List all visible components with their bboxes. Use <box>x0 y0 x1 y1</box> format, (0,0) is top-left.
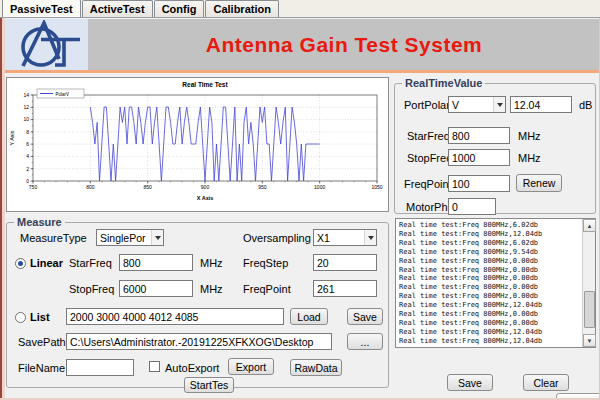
starttest-button[interactable]: StartTes <box>184 377 234 393</box>
rt-starfreq-unit: MHz <box>518 130 541 142</box>
measuretype-value: SinglePor <box>100 232 146 244</box>
motorphi-label: MotorPhi <box>406 201 450 213</box>
tab-config[interactable]: Config <box>154 0 205 17</box>
chevron-down-icon <box>493 97 505 112</box>
freqstep-label: FreqStep <box>243 257 288 269</box>
log-list-lines: Real time test:Freq 800MHz,6.02dbReal ti… <box>399 221 580 346</box>
savepath-label: SavePath <box>18 336 66 348</box>
log-line: Real time test:Freq 800MHz,0.00db <box>399 292 580 301</box>
header-banner: Antenna Gain Test System <box>88 19 600 70</box>
svg-text:PolarV: PolarV <box>56 92 70 97</box>
agt-logo-icon <box>8 20 86 69</box>
ms-freqpoint-label: FreqPoint <box>243 283 291 295</box>
rt-freqpoint-input[interactable] <box>448 175 510 192</box>
rawdata-button[interactable]: RawData <box>290 359 342 376</box>
linear-radio[interactable] <box>15 258 26 269</box>
measuretype-dropdown[interactable]: SinglePor <box>96 229 164 246</box>
realtime-chart: Real Time Test75080085090095010001050024… <box>7 78 388 211</box>
app-logo <box>5 19 88 70</box>
filename-input[interactable] <box>66 359 134 376</box>
svg-text:1000: 1000 <box>314 184 325 190</box>
svg-text:1050: 1050 <box>371 184 382 190</box>
svg-text:950: 950 <box>258 184 267 190</box>
browse-button[interactable]: ... <box>347 333 383 350</box>
svg-text:750: 750 <box>29 184 38 190</box>
list-radio[interactable] <box>15 312 26 323</box>
filename-label: FileName <box>18 362 65 374</box>
app-window: PassiveTest ActiveTest Config Calibratio… <box>0 0 600 400</box>
realtimevalue-group: RealTimeValue PortPolar V dB StarFreq MH… <box>394 83 596 214</box>
save-list-button[interactable]: Save <box>347 308 383 325</box>
motorphi-input[interactable] <box>448 198 496 215</box>
level-input[interactable] <box>510 96 572 113</box>
chart-panel: Real Time Test75080085090095010001050024… <box>6 77 389 212</box>
portpolar-label: PortPolar <box>404 99 450 111</box>
svg-text:2: 2 <box>26 166 29 172</box>
log-line: Real time test:Freq 800MHz,6.02db <box>399 221 580 230</box>
savepath-input[interactable] <box>66 333 332 350</box>
tab-activetest-label: ActiveTest <box>90 3 145 15</box>
list-input[interactable] <box>66 308 284 325</box>
export-button[interactable]: Export <box>228 358 274 375</box>
list-label: List <box>30 311 50 323</box>
scroll-up-icon[interactable]: ▲ <box>583 219 596 232</box>
log-line: Real time test:Freq 800MHz,0.00db <box>399 310 580 319</box>
db-unit-label: dB <box>579 99 592 111</box>
ms-stopfreq-label: StopFreq <box>69 283 114 295</box>
tab-calibration[interactable]: Calibration <box>205 0 278 17</box>
rt-stopfreq-input[interactable] <box>448 149 510 166</box>
log-line: Real time test:Freq 800MHz,12.04db <box>399 328 580 337</box>
svg-text:Real Time Test: Real Time Test <box>182 81 228 88</box>
svg-text:Y Axis: Y Axis <box>9 130 15 145</box>
scroll-down-icon[interactable]: ▼ <box>583 334 596 347</box>
log-line: Real time test:Freq 800MHz,9.54db <box>399 248 580 257</box>
svg-text:10: 10 <box>23 116 29 122</box>
scrollbar-thumb[interactable] <box>584 291 595 328</box>
svg-text:X Axis: X Axis <box>197 195 214 201</box>
realtimevalue-group-label: RealTimeValue <box>402 77 485 90</box>
measuretype-label: MeasureType <box>20 232 87 244</box>
log-line: Real time test:Freq 800MHz,12.04db <box>399 301 580 310</box>
rt-starfreq-input[interactable] <box>448 127 510 144</box>
portpolar-dropdown[interactable]: V <box>448 96 506 113</box>
chevron-down-icon <box>151 230 163 245</box>
ms-freqpoint-input[interactable] <box>313 280 377 297</box>
rt-starfreq-label: StarFreq <box>407 130 450 142</box>
log-list[interactable]: Real time test:Freq 800MHz,6.02dbReal ti… <box>395 218 596 348</box>
log-line: Real time test:Freq 800MHz,0.00db <box>399 319 580 328</box>
log-line: Real time test:Freq 800MHz,6.02db <box>399 239 580 248</box>
log-line: Real time test:Freq 800MHz,0.00db <box>399 257 580 266</box>
svg-text:12: 12 <box>23 104 29 110</box>
ms-stopfreq-input[interactable] <box>119 280 193 297</box>
tab-passivetest[interactable]: PassiveTest <box>2 0 81 17</box>
header-divider <box>0 70 600 73</box>
app-title: Antenna Gain Test System <box>206 33 483 57</box>
ms-starfreq-label: StarFreq <box>69 257 112 269</box>
log-line: Real time test:Freq 800MHz,0.00db <box>399 283 580 292</box>
measure-group-label: Measure <box>14 216 65 229</box>
tab-calibration-label: Calibration <box>213 3 270 15</box>
autoexport-label: AutoExport <box>165 362 219 374</box>
oversampling-dropdown[interactable]: X1 <box>313 229 377 246</box>
tab-strip: PassiveTest ActiveTest Config Calibratio… <box>0 0 600 18</box>
renew-button[interactable]: Renew <box>516 174 562 192</box>
log-line: Real time test:Freq 800MHz,0.00db <box>399 266 580 275</box>
svg-text:8: 8 <box>26 129 29 135</box>
chevron-down-icon <box>364 230 376 245</box>
linear-label: Linear <box>30 257 63 269</box>
measure-group: Measure MeasureType SinglePor Oversampli… <box>6 222 389 388</box>
svg-text:850: 850 <box>143 184 152 190</box>
load-button[interactable]: Load <box>290 308 328 325</box>
portpolar-value: V <box>452 99 459 111</box>
log-scrollbar[interactable]: ▲ ▼ <box>582 219 595 347</box>
freqstep-input[interactable] <box>313 254 377 271</box>
svg-text:14: 14 <box>23 92 29 98</box>
log-clear-button[interactable]: Clear <box>523 374 569 391</box>
svg-text:900: 900 <box>201 184 210 190</box>
autoexport-checkbox[interactable] <box>149 361 160 372</box>
log-line: Real time test:Freq 800MHz,12.04db <box>399 230 580 239</box>
ms-starfreq-input[interactable] <box>119 254 193 271</box>
log-save-button[interactable]: Save <box>447 374 493 391</box>
rt-stopfreq-label: StopFreq <box>407 152 452 164</box>
tab-activetest[interactable]: ActiveTest <box>82 0 153 17</box>
